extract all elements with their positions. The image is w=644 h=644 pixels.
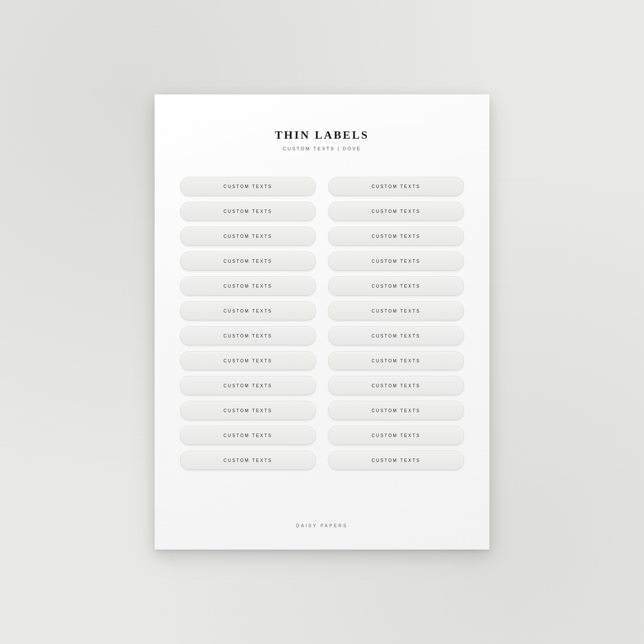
label-text-18: CUSTOM TEXTS (372, 383, 421, 388)
label-text-15: CUSTOM TEXTS (224, 358, 273, 363)
label-item-11: CUSTOM TEXTS (180, 301, 316, 320)
label-text-1: CUSTOM TEXTS (224, 184, 273, 189)
label-item-2: CUSTOM TEXTS (328, 177, 464, 196)
paper-footer: DAISY PAPERS (296, 523, 348, 528)
label-item-21: CUSTOM TEXTS (180, 426, 316, 445)
label-text-23: CUSTOM TEXTS (224, 458, 273, 463)
paper-document: THIN LABELS CUSTOM TEXTS | DOVE CUSTOM T… (155, 94, 489, 550)
label-item-9: CUSTOM TEXTS (180, 276, 316, 295)
label-text-12: CUSTOM TEXTS (372, 309, 421, 313)
brand-name: DAISY PAPERS (296, 523, 348, 528)
label-text-8: CUSTOM TEXTS (372, 259, 421, 264)
label-text-5: CUSTOM TEXTS (224, 234, 273, 239)
paper-header: THIN LABELS CUSTOM TEXTS | DOVE (275, 129, 369, 151)
label-text-24: CUSTOM TEXTS (372, 458, 421, 463)
label-item-16: CUSTOM TEXTS (328, 351, 464, 370)
label-item-17: CUSTOM TEXTS (180, 376, 316, 395)
label-text-6: CUSTOM TEXTS (372, 234, 421, 239)
label-item-7: CUSTOM TEXTS (180, 252, 316, 270)
label-text-14: CUSTOM TEXTS (372, 334, 421, 338)
label-text-16: CUSTOM TEXTS (372, 358, 421, 363)
label-text-13: CUSTOM TEXTS (224, 334, 273, 338)
label-text-9: CUSTOM TEXTS (224, 284, 273, 289)
label-text-21: CUSTOM TEXTS (224, 433, 273, 438)
label-text-3: CUSTOM TEXTS (224, 209, 273, 214)
label-item-13: CUSTOM TEXTS (180, 326, 316, 345)
label-item-8: CUSTOM TEXTS (328, 252, 464, 270)
label-text-10: CUSTOM TEXTS (372, 284, 421, 289)
label-item-12: CUSTOM TEXTS (328, 301, 464, 320)
label-item-14: CUSTOM TEXTS (328, 326, 464, 345)
labels-grid: CUSTOM TEXTSCUSTOM TEXTSCUSTOM TEXTSCUST… (180, 177, 464, 470)
label-item-22: CUSTOM TEXTS (328, 426, 464, 445)
label-item-5: CUSTOM TEXTS (180, 227, 316, 246)
label-text-4: CUSTOM TEXTS (372, 209, 421, 214)
label-text-7: CUSTOM TEXTS (224, 259, 273, 264)
label-text-20: CUSTOM TEXTS (372, 408, 421, 413)
label-item-10: CUSTOM TEXTS (328, 276, 464, 295)
label-item-15: CUSTOM TEXTS (180, 351, 316, 370)
label-item-20: CUSTOM TEXTS (328, 401, 464, 420)
label-item-3: CUSTOM TEXTS (180, 202, 316, 221)
paper-subtitle: CUSTOM TEXTS | DOVE (275, 146, 369, 151)
label-item-18: CUSTOM TEXTS (328, 376, 464, 395)
label-text-2: CUSTOM TEXTS (372, 184, 421, 189)
label-item-24: CUSTOM TEXTS (328, 451, 464, 470)
label-item-1: CUSTOM TEXTS (180, 177, 316, 196)
label-item-23: CUSTOM TEXTS (180, 451, 316, 470)
label-text-17: CUSTOM TEXTS (224, 383, 273, 388)
label-text-11: CUSTOM TEXTS (224, 309, 273, 313)
label-item-6: CUSTOM TEXTS (328, 227, 464, 246)
label-text-22: CUSTOM TEXTS (372, 433, 421, 438)
label-text-19: CUSTOM TEXTS (224, 408, 273, 413)
label-item-19: CUSTOM TEXTS (180, 401, 316, 420)
label-item-4: CUSTOM TEXTS (328, 202, 464, 221)
paper-title: THIN LABELS (275, 129, 369, 142)
